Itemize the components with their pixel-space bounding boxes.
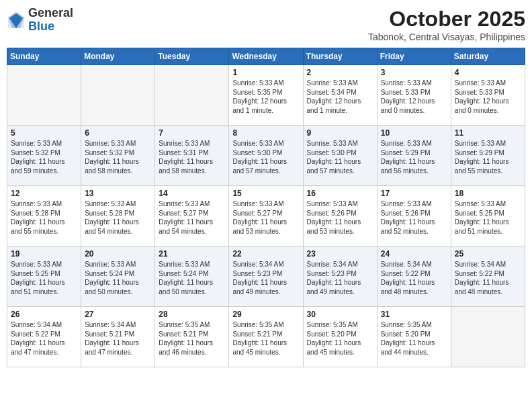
day-info: Sunrise: 5:35 AM Sunset: 5:21 PM Dayligh… <box>232 320 299 357</box>
calendar-week-row: 5Sunrise: 5:33 AM Sunset: 5:32 PM Daylig… <box>7 126 525 186</box>
day-info: Sunrise: 5:33 AM Sunset: 5:28 PM Dayligh… <box>85 199 151 236</box>
day-number: 18 <box>455 189 521 198</box>
calendar-day-cell: 18Sunrise: 5:33 AM Sunset: 5:25 PM Dayli… <box>451 186 525 246</box>
day-number: 6 <box>85 128 151 138</box>
page-header: General Blue October 2025 Tabonok, Centr… <box>7 7 525 42</box>
day-info: Sunrise: 5:34 AM Sunset: 5:22 PM Dayligh… <box>455 260 521 296</box>
day-number: 4 <box>455 68 521 77</box>
day-number: 7 <box>159 128 225 138</box>
day-number: 30 <box>307 310 373 319</box>
header-thursday: Thursday <box>303 48 377 65</box>
calendar-day-cell: 11Sunrise: 5:33 AM Sunset: 5:29 PM Dayli… <box>451 126 525 186</box>
header-sunday: Sunday <box>7 48 81 65</box>
logo-text: General Blue <box>28 7 73 34</box>
day-info: Sunrise: 5:34 AM Sunset: 5:23 PM Dayligh… <box>307 260 373 296</box>
calendar-day-cell: 9Sunrise: 5:33 AM Sunset: 5:30 PM Daylig… <box>303 126 377 186</box>
calendar-day-cell: 21Sunrise: 5:33 AM Sunset: 5:24 PM Dayli… <box>155 246 229 307</box>
day-number: 11 <box>455 128 521 138</box>
day-number: 16 <box>307 189 373 198</box>
calendar-day-cell: 5Sunrise: 5:33 AM Sunset: 5:32 PM Daylig… <box>7 126 81 186</box>
day-info: Sunrise: 5:33 AM Sunset: 5:34 PM Dayligh… <box>307 79 373 115</box>
day-info: Sunrise: 5:33 AM Sunset: 5:33 PM Dayligh… <box>381 79 447 115</box>
day-info: Sunrise: 5:33 AM Sunset: 5:32 PM Dayligh… <box>11 139 77 175</box>
day-info: Sunrise: 5:35 AM Sunset: 5:21 PM Dayligh… <box>159 320 225 357</box>
day-info: Sunrise: 5:35 AM Sunset: 5:20 PM Dayligh… <box>307 320 373 357</box>
day-number: 19 <box>11 249 77 259</box>
calendar-day-cell: 30Sunrise: 5:35 AM Sunset: 5:20 PM Dayli… <box>303 307 377 367</box>
day-info: Sunrise: 5:33 AM Sunset: 5:33 PM Dayligh… <box>455 79 521 115</box>
day-number: 5 <box>11 128 77 138</box>
day-info: Sunrise: 5:33 AM Sunset: 5:35 PM Dayligh… <box>232 79 299 115</box>
day-info: Sunrise: 5:33 AM Sunset: 5:27 PM Dayligh… <box>232 199 299 236</box>
calendar-week-row: 1Sunrise: 5:33 AM Sunset: 5:35 PM Daylig… <box>7 65 525 126</box>
day-number: 13 <box>85 189 151 198</box>
calendar-day-cell: 19Sunrise: 5:33 AM Sunset: 5:25 PM Dayli… <box>7 246 81 307</box>
day-number: 24 <box>381 249 447 259</box>
calendar-day-cell: 4Sunrise: 5:33 AM Sunset: 5:33 PM Daylig… <box>451 65 525 126</box>
day-number: 3 <box>381 68 447 77</box>
calendar-day-cell <box>451 307 525 367</box>
calendar-table: SundayMondayTuesdayWednesdayThursdayFrid… <box>7 48 525 367</box>
day-info: Sunrise: 5:33 AM Sunset: 5:26 PM Dayligh… <box>381 199 447 236</box>
day-number: 23 <box>307 249 373 259</box>
day-info: Sunrise: 5:33 AM Sunset: 5:26 PM Dayligh… <box>307 199 373 236</box>
title-block: October 2025 Tabonok, Central Visayas, P… <box>368 7 525 42</box>
logo: General Blue <box>7 7 73 34</box>
day-number: 2 <box>307 68 373 77</box>
day-info: Sunrise: 5:33 AM Sunset: 5:32 PM Dayligh… <box>85 139 151 175</box>
calendar-day-cell: 24Sunrise: 5:34 AM Sunset: 5:22 PM Dayli… <box>377 246 451 307</box>
header-wednesday: Wednesday <box>229 48 303 65</box>
calendar-day-cell <box>7 65 81 126</box>
day-number: 17 <box>381 189 447 198</box>
logo-icon <box>7 11 26 30</box>
day-number: 25 <box>455 249 521 259</box>
calendar-day-cell: 25Sunrise: 5:34 AM Sunset: 5:22 PM Dayli… <box>451 246 525 307</box>
calendar-day-cell <box>81 65 155 126</box>
calendar-week-row: 26Sunrise: 5:34 AM Sunset: 5:22 PM Dayli… <box>7 307 525 367</box>
logo-general: General <box>28 6 73 19</box>
day-number: 9 <box>307 128 373 138</box>
calendar-day-cell: 7Sunrise: 5:33 AM Sunset: 5:31 PM Daylig… <box>155 126 229 186</box>
calendar-day-cell: 31Sunrise: 5:35 AM Sunset: 5:20 PM Dayli… <box>377 307 451 367</box>
calendar-week-row: 19Sunrise: 5:33 AM Sunset: 5:25 PM Dayli… <box>7 246 525 307</box>
calendar-day-cell: 28Sunrise: 5:35 AM Sunset: 5:21 PM Dayli… <box>155 307 229 367</box>
header-saturday: Saturday <box>451 48 525 65</box>
day-info: Sunrise: 5:34 AM Sunset: 5:21 PM Dayligh… <box>85 320 151 357</box>
calendar-day-cell <box>155 65 229 126</box>
day-number: 31 <box>381 310 447 319</box>
day-info: Sunrise: 5:33 AM Sunset: 5:28 PM Dayligh… <box>11 199 77 236</box>
day-info: Sunrise: 5:34 AM Sunset: 5:22 PM Dayligh… <box>11 320 77 357</box>
location-title: Tabonok, Central Visayas, Philippines <box>368 32 525 42</box>
day-info: Sunrise: 5:33 AM Sunset: 5:30 PM Dayligh… <box>232 139 299 175</box>
day-number: 21 <box>159 249 225 259</box>
month-title: October 2025 <box>368 7 525 32</box>
calendar-day-cell: 3Sunrise: 5:33 AM Sunset: 5:33 PM Daylig… <box>377 65 451 126</box>
header-tuesday: Tuesday <box>155 48 229 65</box>
day-number: 26 <box>11 310 77 319</box>
day-info: Sunrise: 5:33 AM Sunset: 5:25 PM Dayligh… <box>11 260 77 296</box>
weekday-header-row: SundayMondayTuesdayWednesdayThursdayFrid… <box>7 48 525 65</box>
calendar-day-cell: 23Sunrise: 5:34 AM Sunset: 5:23 PM Dayli… <box>303 246 377 307</box>
day-info: Sunrise: 5:33 AM Sunset: 5:30 PM Dayligh… <box>307 139 373 175</box>
day-number: 1 <box>232 68 299 77</box>
calendar-day-cell: 1Sunrise: 5:33 AM Sunset: 5:35 PM Daylig… <box>229 65 303 126</box>
calendar-day-cell: 8Sunrise: 5:33 AM Sunset: 5:30 PM Daylig… <box>229 126 303 186</box>
calendar-day-cell: 12Sunrise: 5:33 AM Sunset: 5:28 PM Dayli… <box>7 186 81 246</box>
calendar-day-cell: 13Sunrise: 5:33 AM Sunset: 5:28 PM Dayli… <box>81 186 155 246</box>
day-number: 14 <box>159 189 225 198</box>
calendar-day-cell: 20Sunrise: 5:33 AM Sunset: 5:24 PM Dayli… <box>81 246 155 307</box>
calendar-day-cell: 10Sunrise: 5:33 AM Sunset: 5:29 PM Dayli… <box>377 126 451 186</box>
day-info: Sunrise: 5:35 AM Sunset: 5:20 PM Dayligh… <box>381 320 447 357</box>
day-info: Sunrise: 5:33 AM Sunset: 5:24 PM Dayligh… <box>85 260 151 296</box>
calendar-day-cell: 22Sunrise: 5:34 AM Sunset: 5:23 PM Dayli… <box>229 246 303 307</box>
day-number: 29 <box>232 310 299 319</box>
day-info: Sunrise: 5:33 AM Sunset: 5:25 PM Dayligh… <box>455 199 521 236</box>
calendar-day-cell: 14Sunrise: 5:33 AM Sunset: 5:27 PM Dayli… <box>155 186 229 246</box>
calendar-day-cell: 16Sunrise: 5:33 AM Sunset: 5:26 PM Dayli… <box>303 186 377 246</box>
calendar-day-cell: 29Sunrise: 5:35 AM Sunset: 5:21 PM Dayli… <box>229 307 303 367</box>
calendar-day-cell: 15Sunrise: 5:33 AM Sunset: 5:27 PM Dayli… <box>229 186 303 246</box>
header-friday: Friday <box>377 48 451 65</box>
day-number: 22 <box>232 249 299 259</box>
day-number: 27 <box>85 310 151 319</box>
day-number: 8 <box>232 128 299 138</box>
